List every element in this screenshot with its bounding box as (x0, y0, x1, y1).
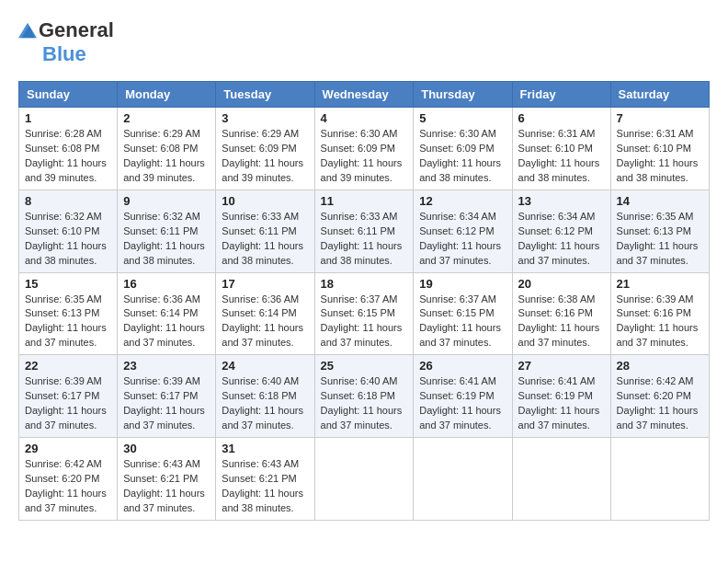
calendar-body: 1 Sunrise: 6:28 AMSunset: 6:08 PMDayligh… (19, 108, 710, 521)
day-number: 6 (518, 111, 605, 125)
day-cell-6: 6 Sunrise: 6:31 AMSunset: 6:10 PMDayligh… (512, 108, 610, 190)
day-info: Sunrise: 6:38 AMSunset: 6:16 PMDaylight:… (518, 293, 605, 351)
day-number: 24 (222, 359, 308, 373)
day-cell-28: 28 Sunrise: 6:42 AMSunset: 6:20 PMDaylig… (610, 355, 709, 438)
weekday-thursday: Thursday (414, 82, 512, 108)
day-cell-2: 2 Sunrise: 6:29 AMSunset: 6:08 PMDayligh… (118, 108, 216, 190)
day-number: 13 (518, 194, 605, 208)
weekday-friday: Friday (512, 82, 610, 108)
day-info: Sunrise: 6:41 AMSunset: 6:19 PMDaylight:… (419, 374, 506, 433)
day-cell-21: 21 Sunrise: 6:39 AMSunset: 6:16 PMDaylig… (610, 272, 709, 355)
day-number: 9 (123, 194, 210, 208)
day-cell-29: 29 Sunrise: 6:42 AMSunset: 6:20 PMDaylig… (19, 438, 118, 521)
day-number: 20 (518, 277, 605, 291)
day-number: 26 (419, 359, 506, 373)
day-info: Sunrise: 6:43 AMSunset: 6:21 PMDaylight:… (123, 457, 210, 516)
day-cell-9: 9 Sunrise: 6:32 AMSunset: 6:11 PMDayligh… (118, 190, 216, 272)
day-cell-22: 22 Sunrise: 6:39 AMSunset: 6:17 PMDaylig… (19, 355, 118, 438)
day-number: 3 (222, 111, 308, 125)
day-number: 29 (25, 442, 111, 455)
empty-cell (512, 438, 610, 521)
day-info: Sunrise: 6:30 AMSunset: 6:09 PMDaylight:… (419, 127, 506, 186)
day-info: Sunrise: 6:33 AMSunset: 6:11 PMDaylight:… (321, 210, 408, 269)
weekday-header-row: SundayMondayTuesdayWednesdayThursdayFrid… (19, 82, 710, 108)
weekday-tuesday: Tuesday (216, 82, 314, 108)
page-header: General Blue (18, 18, 710, 66)
day-number: 14 (617, 194, 703, 208)
day-info: Sunrise: 6:42 AMSunset: 6:20 PMDaylight:… (617, 374, 703, 433)
day-info: Sunrise: 6:39 AMSunset: 6:16 PMDaylight:… (617, 293, 703, 351)
day-info: Sunrise: 6:36 AMSunset: 6:14 PMDaylight:… (123, 293, 210, 351)
day-cell-4: 4 Sunrise: 6:30 AMSunset: 6:09 PMDayligh… (314, 108, 414, 190)
day-cell-16: 16 Sunrise: 6:36 AMSunset: 6:14 PMDaylig… (118, 272, 216, 355)
day-number: 30 (123, 442, 210, 455)
day-number: 2 (123, 111, 210, 125)
day-info: Sunrise: 6:40 AMSunset: 6:18 PMDaylight:… (321, 374, 408, 433)
day-cell-25: 25 Sunrise: 6:40 AMSunset: 6:18 PMDaylig… (314, 355, 414, 438)
day-number: 31 (222, 442, 308, 455)
logo: General Blue (18, 18, 114, 66)
day-number: 23 (123, 359, 210, 373)
weekday-saturday: Saturday (610, 82, 709, 108)
calendar-table: SundayMondayTuesdayWednesdayThursdayFrid… (18, 81, 710, 521)
day-info: Sunrise: 6:32 AMSunset: 6:10 PMDaylight:… (25, 210, 111, 269)
logo-blue-text: Blue (42, 42, 86, 66)
day-cell-17: 17 Sunrise: 6:36 AMSunset: 6:14 PMDaylig… (216, 272, 314, 355)
day-number: 28 (617, 359, 703, 373)
week-row-2: 8 Sunrise: 6:32 AMSunset: 6:10 PMDayligh… (19, 190, 710, 272)
day-cell-31: 31 Sunrise: 6:43 AMSunset: 6:21 PMDaylig… (216, 438, 314, 521)
day-number: 21 (617, 277, 703, 291)
empty-cell (610, 438, 709, 521)
day-info: Sunrise: 6:43 AMSunset: 6:21 PMDaylight:… (222, 457, 308, 516)
day-info: Sunrise: 6:39 AMSunset: 6:17 PMDaylight:… (123, 374, 210, 433)
day-cell-7: 7 Sunrise: 6:31 AMSunset: 6:10 PMDayligh… (610, 108, 709, 190)
day-number: 17 (222, 277, 308, 291)
day-info: Sunrise: 6:30 AMSunset: 6:09 PMDaylight:… (321, 127, 408, 186)
day-number: 18 (321, 277, 408, 291)
day-number: 16 (123, 277, 210, 291)
day-cell-27: 27 Sunrise: 6:41 AMSunset: 6:19 PMDaylig… (512, 355, 610, 438)
day-number: 19 (419, 277, 506, 291)
day-number: 11 (321, 194, 408, 208)
day-cell-3: 3 Sunrise: 6:29 AMSunset: 6:09 PMDayligh… (216, 108, 314, 190)
day-number: 22 (25, 359, 111, 373)
day-cell-19: 19 Sunrise: 6:37 AMSunset: 6:15 PMDaylig… (414, 272, 512, 355)
day-number: 5 (419, 111, 506, 125)
empty-cell (314, 438, 414, 521)
day-info: Sunrise: 6:32 AMSunset: 6:11 PMDaylight:… (123, 210, 210, 269)
day-info: Sunrise: 6:40 AMSunset: 6:18 PMDaylight:… (222, 374, 308, 433)
day-info: Sunrise: 6:33 AMSunset: 6:11 PMDaylight:… (222, 210, 308, 269)
day-number: 25 (321, 359, 408, 373)
day-info: Sunrise: 6:34 AMSunset: 6:12 PMDaylight:… (518, 210, 605, 269)
day-info: Sunrise: 6:37 AMSunset: 6:15 PMDaylight:… (321, 293, 408, 351)
day-cell-8: 8 Sunrise: 6:32 AMSunset: 6:10 PMDayligh… (19, 190, 118, 272)
day-number: 15 (25, 277, 111, 291)
day-info: Sunrise: 6:35 AMSunset: 6:13 PMDaylight:… (617, 210, 703, 269)
day-info: Sunrise: 6:42 AMSunset: 6:20 PMDaylight:… (25, 457, 111, 516)
day-number: 7 (617, 111, 703, 125)
day-info: Sunrise: 6:29 AMSunset: 6:09 PMDaylight:… (222, 127, 308, 186)
day-cell-5: 5 Sunrise: 6:30 AMSunset: 6:09 PMDayligh… (414, 108, 512, 190)
day-info: Sunrise: 6:34 AMSunset: 6:12 PMDaylight:… (419, 210, 506, 269)
day-info: Sunrise: 6:39 AMSunset: 6:17 PMDaylight:… (25, 374, 111, 433)
weekday-monday: Monday (118, 82, 216, 108)
day-info: Sunrise: 6:35 AMSunset: 6:13 PMDaylight:… (25, 293, 111, 351)
day-cell-23: 23 Sunrise: 6:39 AMSunset: 6:17 PMDaylig… (118, 355, 216, 438)
day-cell-14: 14 Sunrise: 6:35 AMSunset: 6:13 PMDaylig… (610, 190, 709, 272)
day-number: 8 (25, 194, 111, 208)
day-number: 10 (222, 194, 308, 208)
weekday-sunday: Sunday (19, 82, 118, 108)
day-info: Sunrise: 6:36 AMSunset: 6:14 PMDaylight:… (222, 293, 308, 351)
day-cell-24: 24 Sunrise: 6:40 AMSunset: 6:18 PMDaylig… (216, 355, 314, 438)
day-cell-20: 20 Sunrise: 6:38 AMSunset: 6:16 PMDaylig… (512, 272, 610, 355)
day-cell-10: 10 Sunrise: 6:33 AMSunset: 6:11 PMDaylig… (216, 190, 314, 272)
day-cell-1: 1 Sunrise: 6:28 AMSunset: 6:08 PMDayligh… (19, 108, 118, 190)
weekday-wednesday: Wednesday (314, 82, 414, 108)
day-cell-11: 11 Sunrise: 6:33 AMSunset: 6:11 PMDaylig… (314, 190, 414, 272)
day-info: Sunrise: 6:37 AMSunset: 6:15 PMDaylight:… (419, 293, 506, 351)
week-row-3: 15 Sunrise: 6:35 AMSunset: 6:13 PMDaylig… (19, 272, 710, 355)
day-info: Sunrise: 6:31 AMSunset: 6:10 PMDaylight:… (518, 127, 605, 186)
day-info: Sunrise: 6:29 AMSunset: 6:08 PMDaylight:… (123, 127, 210, 186)
day-cell-12: 12 Sunrise: 6:34 AMSunset: 6:12 PMDaylig… (414, 190, 512, 272)
day-number: 1 (25, 111, 111, 125)
